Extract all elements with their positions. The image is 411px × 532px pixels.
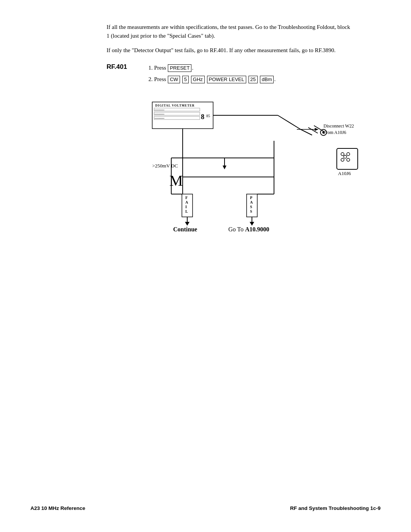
paragraph-2: If only the "Detector Output" test fails… [107, 46, 350, 55]
svg-text:▪▪▪▪▪▪▪▪▪▪▪▪: ▪▪▪▪▪▪▪▪▪▪▪▪ [155, 117, 164, 119]
preset-key: PRESET [168, 64, 191, 72]
svg-line-20 [308, 127, 318, 133]
svg-text:L: L [185, 209, 188, 213]
page: If all the measurements are within speci… [0, 0, 411, 532]
svg-text:DIGITAL VOLTMETER: DIGITAL VOLTMETER [155, 104, 195, 107]
svg-text:Disconnect  W22: Disconnect W22 [323, 123, 354, 129]
diagram-svg: DIGITAL VOLTMETER ▪▪▪▪▪▪▪▪▪▪▪▪ ▪▪▪▪▪▪▪▪▪… [148, 91, 392, 232]
intro-text: If all the measurements are within speci… [107, 23, 350, 55]
dbm-key: dBm [260, 76, 274, 83]
25-key: 25 [249, 76, 258, 83]
step1-prefix: 1. Press [148, 65, 167, 71]
footer-left: A23 10 MHz Reference [30, 505, 85, 511]
content-area: If all the measurements are within speci… [107, 23, 350, 232]
paragraph-1: If all the measurements are within speci… [107, 23, 350, 41]
svg-text:▪▪▪▪▪▪▪▪▪▪▪▪: ▪▪▪▪▪▪▪▪▪▪▪▪ [155, 109, 164, 111]
svg-text:A: A [185, 200, 188, 204]
cw-key: CW [168, 76, 180, 83]
svg-marker-15 [223, 166, 226, 169]
svg-text:S: S [250, 209, 252, 213]
step2-prefix: 2. Press [148, 76, 167, 82]
5-key: 5 [182, 76, 189, 83]
step-1: 1. Press PRESET. [148, 63, 384, 72]
svg-text:S: S [250, 205, 252, 209]
svg-text:Go To A10.9000: Go To A10.9000 [228, 226, 269, 232]
svg-text:85: 85 [206, 114, 210, 118]
ghz-key: GHz [191, 76, 205, 83]
rf-label: RF.401 [107, 63, 145, 232]
svg-text:Continue: Continue [173, 226, 197, 232]
svg-marker-49 [250, 222, 254, 226]
page-footer: A23 10 MHz Reference RF and System Troub… [30, 505, 381, 511]
svg-text:>250mV DC: >250mV DC [152, 163, 178, 169]
svg-line-19 [301, 129, 312, 135]
svg-text:P: P [250, 196, 252, 200]
footer-right: RF and System Troubleshooting 1c-9 [290, 505, 381, 511]
diagram-area: DIGITAL VOLTMETER ▪▪▪▪▪▪▪▪▪▪▪▪ ▪▪▪▪▪▪▪▪▪… [148, 91, 384, 232]
svg-line-18 [278, 115, 301, 129]
svg-text:▪▪▪▪▪▪▪▪▪▪▪▪: ▪▪▪▪▪▪▪▪▪▪▪▪ [155, 113, 164, 115]
rf-steps: 1. Press PRESET. 2. Press CW 5 GHz POWER… [148, 63, 384, 232]
svg-text:A10J6: A10J6 [338, 170, 351, 176]
step-2: 2. Press CW 5 GHz POWER LEVEL 25 dBm. [148, 75, 384, 84]
svg-marker-42 [185, 222, 190, 226]
rf-section: RF.401 1. Press PRESET. 2. Press CW 5 GH… [107, 63, 350, 232]
power-level-key: POWER LEVEL [207, 76, 246, 83]
svg-text:From  A10J6: From A10J6 [323, 130, 346, 135]
svg-text:F: F [185, 196, 188, 200]
svg-text:8: 8 [201, 113, 204, 121]
svg-text:A: A [250, 200, 253, 204]
svg-text:I: I [185, 205, 187, 209]
